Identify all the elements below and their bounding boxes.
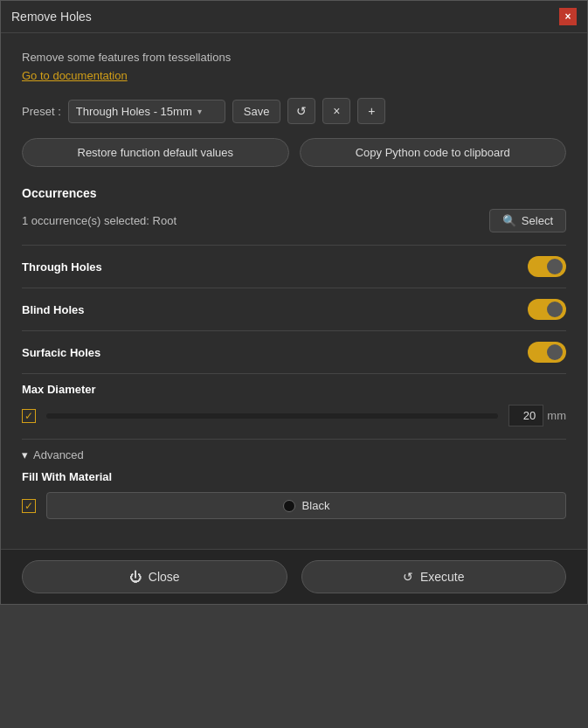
footer: ⏻ Close ↺ Execute (1, 549, 587, 604)
max-diameter-section: Max Diameter ✓ mm (22, 374, 566, 439)
refresh-icon: ↺ (296, 104, 307, 118)
surfacic-holes-label: Surfacic Holes (22, 346, 100, 359)
preset-label: Preset : (22, 105, 61, 118)
select-button[interactable]: 🔍 Select (489, 209, 566, 232)
color-dropdown[interactable]: Black (46, 492, 566, 519)
surfacic-holes-toggle[interactable] (528, 342, 566, 363)
max-diameter-checkbox[interactable]: ✓ (22, 409, 36, 423)
blind-holes-label: Blind Holes (22, 303, 85, 316)
reset-preset-button[interactable]: ↺ (287, 98, 315, 124)
main-content: Remove some features from tessellations … (1, 33, 587, 549)
occurrences-text: 1 occurrence(s) selected: Root (22, 214, 176, 227)
copy-python-button[interactable]: Copy Python code to clipboard (300, 138, 567, 167)
checkmark-icon: ✓ (24, 410, 33, 422)
description-text: Remove some features from tessellations (22, 51, 566, 64)
documentation-link[interactable]: Go to documentation (22, 69, 128, 82)
window-title: Remove Holes (11, 10, 92, 24)
fill-material-row: ✓ Black (22, 492, 566, 531)
advanced-label: Advanced (33, 448, 84, 461)
through-holes-toggle[interactable] (528, 256, 566, 277)
execute-icon: ↺ (403, 570, 413, 584)
occurrences-row: 1 occurrence(s) selected: Root 🔍 Select (22, 209, 566, 232)
through-holes-label: Through Holes (22, 260, 102, 274)
search-icon: 🔍 (502, 214, 516, 227)
select-label: Select (522, 214, 553, 227)
diameter-slider[interactable] (46, 413, 498, 419)
clear-preset-button[interactable]: × (322, 98, 350, 124)
actions-row: Restore function default values Copy Pyt… (22, 138, 566, 167)
window-close-button[interactable]: × (559, 8, 577, 25)
diameter-input[interactable] (508, 405, 543, 426)
chevron-down-icon: ▾ (197, 107, 202, 116)
diameter-value-row: mm (508, 405, 566, 426)
diameter-row: ✓ mm (22, 405, 566, 439)
plus-icon: + (368, 104, 375, 118)
surfacic-holes-row: Surfacic Holes (22, 331, 566, 373)
fill-material-label: Fill With Material (22, 470, 566, 483)
fill-material-checkbox[interactable]: ✓ (22, 499, 36, 513)
preset-row: Preset : Through Holes - 15mm ▾ Save ↺ ×… (22, 98, 566, 124)
advanced-row[interactable]: ▾ Advanced (22, 440, 566, 470)
chevron-down-icon: ▾ (22, 448, 28, 461)
blind-holes-toggle[interactable] (528, 299, 566, 320)
occurrences-section-title: Occurrences (22, 186, 566, 200)
restore-defaults-button[interactable]: Restore function default values (22, 138, 289, 167)
through-holes-row: Through Holes (22, 246, 566, 288)
title-bar: Remove Holes × (1, 1, 587, 33)
color-dot-icon (283, 500, 295, 512)
color-label: Black (302, 499, 330, 512)
execute-label: Execute (420, 570, 465, 584)
preset-dropdown[interactable]: Through Holes - 15mm ▾ (68, 100, 225, 123)
power-icon: ⏻ (129, 570, 142, 584)
execute-button[interactable]: ↺ Execute (301, 560, 567, 593)
preset-value: Through Holes - 15mm (76, 105, 192, 118)
diameter-unit: mm (547, 409, 566, 422)
close-button[interactable]: ⏻ Close (22, 560, 287, 593)
remove-holes-window: Remove Holes × Remove some features from… (0, 0, 588, 605)
add-preset-button[interactable]: + (357, 98, 385, 124)
save-preset-button[interactable]: Save (232, 100, 281, 123)
blind-holes-row: Blind Holes (22, 288, 566, 330)
max-diameter-label: Max Diameter (22, 383, 566, 396)
close-label: Close (149, 570, 180, 584)
checkmark-icon: ✓ (24, 500, 33, 512)
close-icon: × (333, 104, 340, 118)
